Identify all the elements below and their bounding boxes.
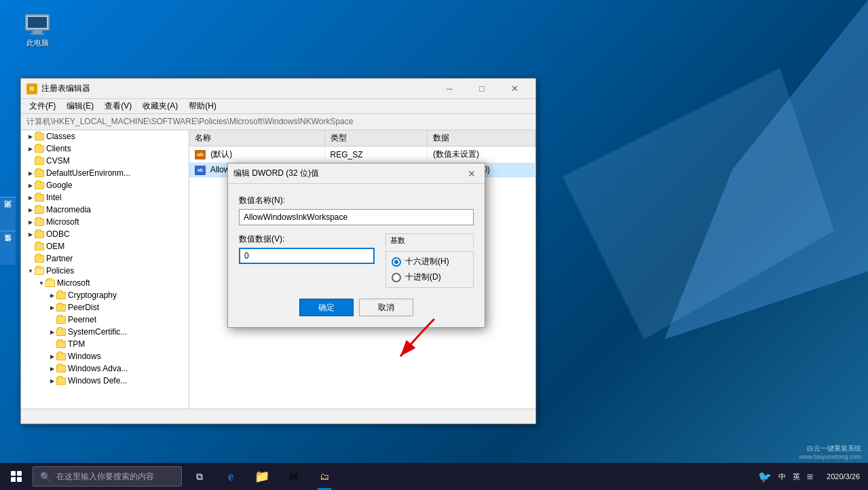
tree-item-google[interactable]: Google <box>21 179 189 191</box>
value-data-input[interactable] <box>239 248 375 264</box>
taskbar-app-explorer[interactable]: 📁 <box>247 463 277 490</box>
tree-label-classes: Classes <box>46 132 75 141</box>
regedit-title: 注册表编辑器 <box>41 83 90 94</box>
tree-item-peernet[interactable]: Peernet <box>21 314 189 326</box>
tree-item-cryptography[interactable]: Cryptography <box>21 289 189 301</box>
start-button[interactable] <box>0 463 33 490</box>
tree-label-macromedia: Macromedia <box>46 205 91 214</box>
folder-systemcert <box>56 328 66 336</box>
tree-item-cvsm[interactable]: CVSM <box>21 155 189 167</box>
language-tray-icon[interactable]: 中 <box>778 472 786 482</box>
tree-item-classes[interactable]: Classes <box>21 130 189 143</box>
menu-file[interactable]: 文件(F) <box>24 99 61 113</box>
edge-icon: e <box>223 468 239 485</box>
search-icon: 🔍 <box>40 472 51 482</box>
folder-odbc <box>35 231 44 238</box>
tree-item-windowsdef[interactable]: Windows Defe... <box>21 375 189 387</box>
folder-defaultuser <box>35 170 44 177</box>
tree-item-partner[interactable]: Partner <box>21 252 189 265</box>
value-icon-default: ab <box>195 150 206 159</box>
expander-classes <box>26 132 35 140</box>
folder-macromedia <box>35 206 44 214</box>
radix-group: 基数 十六进制(H) 十进制(D) <box>385 233 474 288</box>
regedit-titlebar: R 注册表编辑器 ─ □ ✕ <box>21 79 535 99</box>
tree-item-policies[interactable]: Policies <box>21 265 189 277</box>
tree-label-oem: OEM <box>46 242 64 251</box>
tree-item-policies-microsoft[interactable]: Microsoft <box>21 277 189 289</box>
cancel-button[interactable]: 取消 <box>359 299 413 316</box>
tree-label-cryptography: Cryptography <box>68 290 117 300</box>
tree-item-clients[interactable]: Clients <box>21 143 189 155</box>
tree-item-tpm[interactable]: TPM <box>21 338 189 350</box>
regedit-taskbar-icon: 🗂 <box>316 468 333 485</box>
value-icon-allowwindows: ab <box>195 166 206 175</box>
tree-label-windowsdef: Windows Defe... <box>68 376 127 385</box>
minimize-button[interactable]: ─ <box>434 79 465 99</box>
tree-item-microsoft[interactable]: Microsoft <box>21 216 189 228</box>
radio-dec-circle <box>392 273 401 282</box>
maximize-button[interactable]: □ <box>466 79 497 99</box>
taskbar-app-mail[interactable]: ✉ <box>278 463 308 490</box>
tree-item-defaultuser[interactable]: DefaultUserEnvironm... <box>21 167 189 179</box>
regedit-addressbar: 计算机\HKEY_LOCAL_MACHINE\SOFTWARE\Policies… <box>21 114 535 130</box>
tree-label-microsoft: Microsoft <box>46 217 79 227</box>
tree-item-systemcert[interactable]: SystemCertific... <box>21 326 189 338</box>
expander-microsoft <box>26 218 35 226</box>
folder-peernet <box>56 316 66 324</box>
tree-label-windows: Windows <box>68 352 101 361</box>
dialog-close-button[interactable]: ✕ <box>464 166 479 181</box>
desktop-icon-thispc[interactable]: 此电脑 <box>14 14 61 48</box>
tree-item-oem[interactable]: OEM <box>21 240 189 252</box>
expander-defaultuser <box>26 169 35 177</box>
name-input[interactable] <box>239 209 474 225</box>
twitter-tray-icon[interactable]: 🐦 <box>758 470 772 483</box>
radix-box: 十六进制(H) 十进制(D) <box>385 251 474 288</box>
tree-item-odbc[interactable]: ODBC <box>21 228 189 240</box>
tree-item-macromedia[interactable]: Macromedia <box>21 204 189 216</box>
watermark-line1: 白云一键重装系统 <box>799 444 861 453</box>
menu-edit[interactable]: 编辑(E) <box>61 99 99 113</box>
radio-dec[interactable]: 十进制(D) <box>392 271 468 283</box>
explorer-icon: 📁 <box>254 468 270 485</box>
folder-cryptography <box>56 292 66 299</box>
folder-peerdist <box>56 304 66 312</box>
radio-hex[interactable]: 十六进制(H) <box>392 256 468 267</box>
expander-clients <box>26 145 35 153</box>
menu-favorites[interactable]: 收藏夹(A) <box>137 99 183 113</box>
tree-item-peerdist[interactable]: PeerDist <box>21 301 189 314</box>
taskbar-app-taskview[interactable]: ⧉ <box>185 463 214 490</box>
menu-help[interactable]: 帮助(H) <box>183 99 222 113</box>
watermark: 白云一键重装系统 www.baiyunxitong.com <box>799 444 861 460</box>
expander-cryptography <box>48 291 56 299</box>
clock-area[interactable]: 2020/3/26 <box>818 472 868 480</box>
grid-tray-icon[interactable]: ⊞ <box>807 472 813 481</box>
thispc-icon <box>24 14 51 35</box>
value-data-label: 数值数据(V): <box>239 233 375 245</box>
tree-item-windowsadv[interactable]: Windows Adva... <box>21 362 189 375</box>
dialog-buttons: 确定 取消 <box>239 299 474 316</box>
menu-view[interactable]: 查看(V) <box>99 99 137 113</box>
ok-button[interactable]: 确定 <box>299 299 354 316</box>
mail-icon: ✉ <box>285 468 301 485</box>
taskbar-app-regedit[interactable]: 🗂 <box>309 463 339 490</box>
value-input-group: 数值数据(V): <box>239 233 375 264</box>
keyboard-tray-icon[interactable]: 英 <box>793 472 800 482</box>
tree-item-windows[interactable]: Windows <box>21 350 189 362</box>
tree-label-intel: Intel <box>46 193 62 202</box>
taskbar-search[interactable]: 🔍 在这里输入你要搜索的内容 <box>33 466 182 487</box>
tree-label-odbc: ODBC <box>46 229 70 239</box>
taskbar-app-edge[interactable]: e <box>216 463 246 490</box>
radio-dec-label: 十进制(D) <box>405 271 441 283</box>
tree-item-intel[interactable]: Intel <box>21 191 189 204</box>
table-row[interactable]: ab (默认) REG_SZ (数值未设置) <box>189 147 535 163</box>
side-tab-repair[interactable]: 修复 <box>0 231 16 265</box>
folder-windowsdef <box>56 377 66 385</box>
value-data-default: (数值未设置) <box>428 147 535 163</box>
dialog-body: 数值名称(N): 数值数据(V): 基数 十六进制(H) <box>228 184 485 327</box>
radio-hex-circle <box>392 257 401 267</box>
side-tab-browse[interactable]: 测览 <box>0 197 16 231</box>
tree-label-policies-microsoft: Microsoft <box>57 278 90 288</box>
close-button[interactable]: ✕ <box>499 79 530 99</box>
registry-tree[interactable]: Classes Clients CVSM DefaultUserEnvironm… <box>21 130 189 409</box>
search-placeholder-text: 在这里输入你要搜索的内容 <box>56 471 154 483</box>
